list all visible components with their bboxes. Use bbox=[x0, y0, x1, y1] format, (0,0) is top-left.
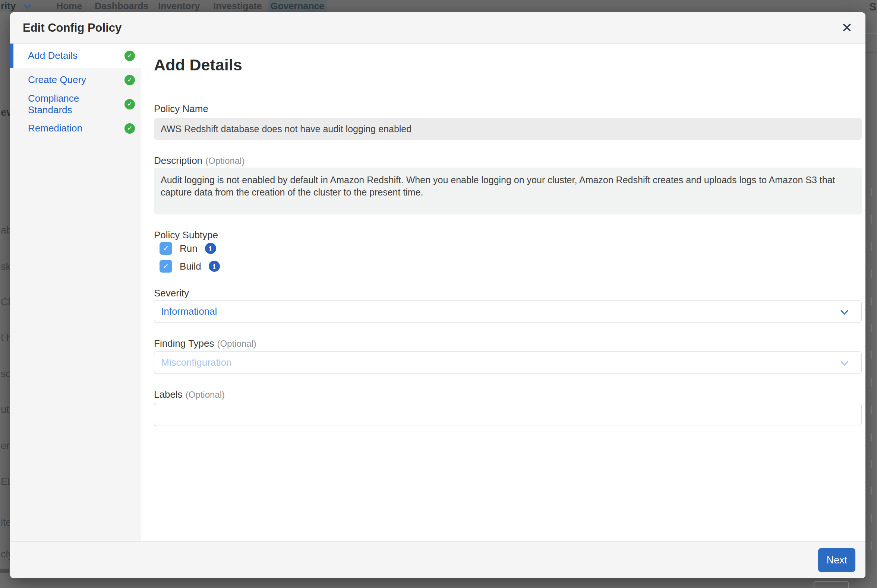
bg-text-fragment: er bbox=[1, 440, 11, 452]
modal-body: Add Details ✓ Create Query ✓ Compliance … bbox=[10, 44, 865, 542]
bg-text-fragment: ab bbox=[1, 225, 11, 236]
finding-types-select[interactable]: Misconfiguration bbox=[154, 351, 862, 374]
step-complete-check-icon: ✓ bbox=[125, 99, 135, 110]
nav-item-governance-active: Governance bbox=[268, 0, 327, 12]
edit-config-policy-modal: Edit Config Policy ✕ Add Details ✓ Creat… bbox=[10, 12, 865, 578]
bg-text-fragment: cly bbox=[1, 549, 11, 560]
bg-text-fragment: t h bbox=[1, 332, 11, 344]
step-compliance-standards[interactable]: Compliance Standards ✓ bbox=[10, 92, 141, 116]
chevron-down-icon bbox=[24, 1, 31, 9]
run-checkbox-label: Run bbox=[180, 243, 197, 254]
nav-item-inventory: Inventory bbox=[158, 0, 200, 12]
build-checkbox[interactable]: ✓ bbox=[159, 260, 172, 273]
optional-tag: (Optional) bbox=[186, 390, 225, 400]
nav-item-dashboards: Dashboards bbox=[95, 0, 148, 12]
step-label: Compliance Standards bbox=[28, 93, 125, 116]
bg-text-fragment: sk bbox=[1, 261, 11, 273]
close-icon[interactable]: ✕ bbox=[839, 20, 855, 36]
step-complete-check-icon: ✓ bbox=[125, 51, 135, 61]
finding-types-label: Finding Types(Optional) bbox=[154, 338, 862, 350]
bg-button-outline bbox=[814, 581, 849, 588]
nav-left-fragment: rity bbox=[1, 0, 16, 12]
optional-tag: (Optional) bbox=[205, 156, 245, 166]
step-add-details[interactable]: Add Details ✓ bbox=[10, 44, 141, 68]
build-checkbox-label: Build bbox=[180, 261, 201, 272]
policy-subtype-build-row: ✓ Build i bbox=[159, 260, 862, 273]
modal-header: Edit Config Policy ✕ bbox=[10, 12, 865, 44]
bg-text-fragment: ev bbox=[1, 107, 11, 118]
policy-name-field: AWS Redshift database does not have audi… bbox=[154, 118, 862, 140]
modal-title: Edit Config Policy bbox=[10, 12, 865, 44]
bg-divider bbox=[865, 52, 877, 53]
next-button[interactable]: Next bbox=[818, 548, 855, 572]
description-label: Description(Optional) bbox=[154, 154, 862, 167]
bg-element bbox=[0, 568, 9, 573]
finding-types-select-value: Misconfiguration bbox=[154, 351, 861, 374]
section-heading: Add Details bbox=[154, 56, 862, 74]
severity-label: Severity bbox=[154, 287, 862, 299]
policy-subtype-label: Policy Subtype bbox=[154, 229, 862, 241]
top-navbar: rity Home Dashboards Inventory Investiga… bbox=[0, 0, 877, 12]
policy-name-label: Policy Name bbox=[154, 103, 862, 115]
divider bbox=[154, 88, 862, 88]
info-icon[interactable]: i bbox=[209, 261, 220, 272]
run-checkbox[interactable]: ✓ bbox=[159, 242, 172, 255]
bg-row-marks bbox=[871, 188, 872, 555]
nav-item-home: Home bbox=[56, 0, 82, 12]
step-complete-check-icon: ✓ bbox=[125, 75, 135, 85]
step-remediation[interactable]: Remediation ✓ bbox=[10, 116, 141, 140]
step-create-query[interactable]: Create Query ✓ bbox=[10, 68, 141, 92]
labels-input[interactable] bbox=[154, 403, 862, 426]
nav-item-investigate: Investigate bbox=[213, 0, 262, 12]
severity-select-value: Informational bbox=[154, 300, 861, 322]
bg-text-fragment: Clo bbox=[1, 296, 11, 308]
steps-sidebar: Add Details ✓ Create Query ✓ Compliance … bbox=[10, 44, 141, 542]
bg-text-fragment: ELI bbox=[1, 476, 11, 488]
policy-subtype-run-row: ✓ Run i bbox=[159, 242, 862, 255]
optional-tag: (Optional) bbox=[217, 339, 256, 348]
severity-select[interactable]: Informational bbox=[154, 300, 862, 323]
step-label: Create Query bbox=[28, 74, 86, 86]
labels-label: Labels(Optional) bbox=[154, 388, 862, 401]
step-label: Remediation bbox=[28, 123, 82, 134]
step-label: Add Details bbox=[28, 50, 78, 62]
bg-text-fragment: uth bbox=[1, 404, 11, 416]
bg-text-fragment: so bbox=[1, 368, 11, 380]
bg-divider bbox=[865, 33, 877, 34]
modal-footer: Next bbox=[10, 542, 865, 578]
step-content: Add Details Policy Name AWS Redshift dat… bbox=[141, 44, 865, 542]
nav-right-fragment: S bbox=[869, 1, 876, 13]
info-icon[interactable]: i bbox=[205, 243, 216, 254]
bg-text-fragment: ite bbox=[1, 517, 11, 528]
description-field: Audit logging is not enabled by default … bbox=[154, 168, 862, 214]
step-complete-check-icon: ✓ bbox=[125, 123, 135, 134]
